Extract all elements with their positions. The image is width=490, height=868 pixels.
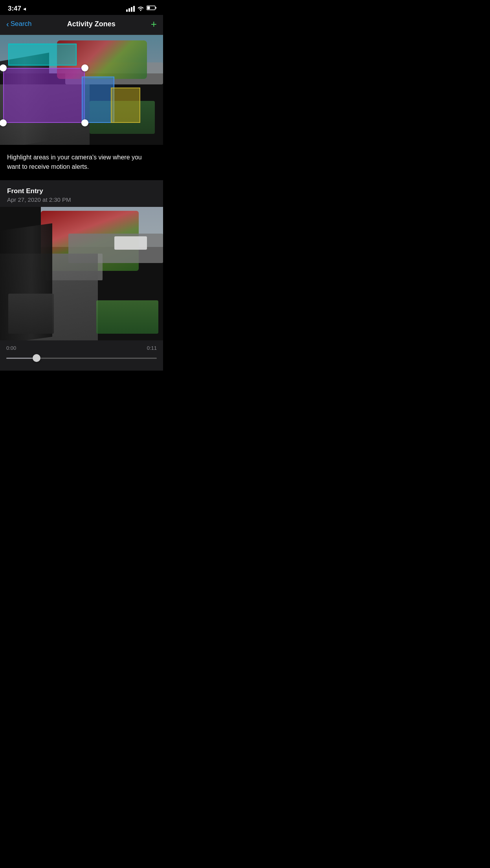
vs-stairs	[8, 294, 54, 334]
location-icon: ◂	[23, 6, 26, 12]
status-icons	[126, 5, 157, 12]
current-time-label: 0:00	[6, 345, 16, 351]
back-button[interactable]: ‹ Search	[6, 20, 32, 29]
total-time-label: 0:11	[147, 345, 157, 351]
zone-name: Front Entry	[7, 187, 156, 195]
video-player[interactable]	[0, 207, 163, 340]
back-chevron-icon: ‹	[6, 20, 9, 29]
svg-rect-2	[147, 7, 150, 9]
zone-date: Apr 27, 2020 at 2:30 PM	[7, 196, 156, 203]
time-display: 3:47	[8, 5, 21, 13]
signal-bar-1	[126, 9, 128, 12]
signal-bar-2	[128, 8, 130, 12]
wifi-icon	[137, 5, 144, 12]
svg-rect-1	[156, 7, 157, 9]
battery-icon	[147, 5, 157, 12]
signal-bar-4	[133, 6, 135, 12]
scrubber-container[interactable]	[6, 353, 157, 363]
description-section: Highlight areas in your camera's view wh…	[0, 145, 163, 180]
status-bar: 3:47 ◂	[0, 0, 163, 15]
nav-bar: ‹ Search Activity Zones +	[0, 15, 163, 35]
zone-blue[interactable]	[82, 77, 114, 123]
zone-yellow[interactable]	[111, 88, 140, 123]
zone-cyan[interactable]	[8, 44, 77, 66]
video-controls: 0:00 0:11	[0, 340, 163, 371]
add-zone-button[interactable]: +	[151, 19, 157, 29]
back-label[interactable]: Search	[11, 20, 32, 28]
page-title: Activity Zones	[32, 20, 151, 28]
zone-purple[interactable]	[3, 68, 85, 123]
zone-camera-view[interactable]	[0, 35, 163, 145]
video-scene	[0, 207, 163, 340]
signal-bars	[126, 6, 135, 12]
signal-bar-3	[131, 7, 132, 12]
scrubber-track[interactable]	[6, 358, 157, 359]
vs-garden	[96, 300, 158, 334]
zone-entry: Front Entry Apr 27, 2020 at 2:30 PM	[0, 180, 163, 207]
zone-handle-top-left[interactable]	[0, 64, 7, 71]
zone-handle-bottom-right[interactable]	[81, 119, 88, 126]
scrubber-thumb[interactable]	[33, 354, 40, 362]
description-text: Highlight areas in your camera's view wh…	[7, 153, 156, 172]
time-row: 0:00 0:11	[6, 345, 157, 351]
zone-handle-top-right[interactable]	[81, 64, 88, 71]
status-time: 3:47 ◂	[8, 5, 26, 13]
vs-car	[114, 236, 147, 250]
zone-handle-bottom-left[interactable]	[0, 119, 7, 126]
scrubber-fill	[6, 358, 37, 359]
